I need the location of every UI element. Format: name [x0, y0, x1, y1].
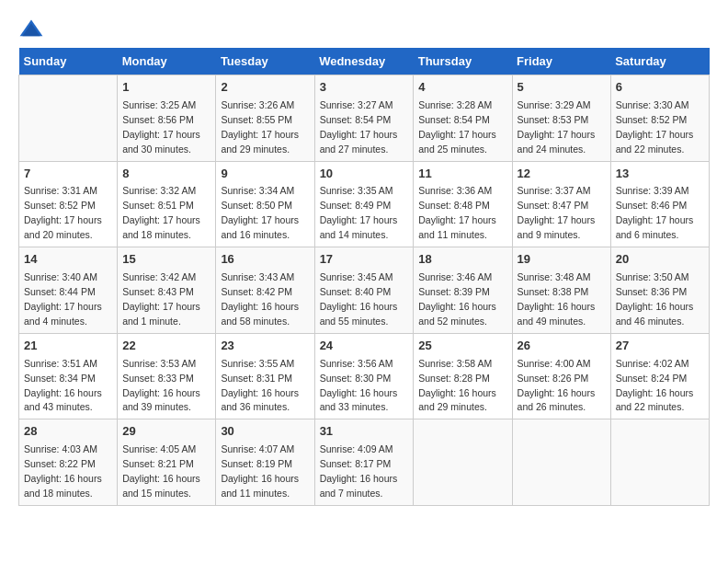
day-number: 14: [24, 251, 112, 269]
day-info: Sunrise: 3:50 AM Sunset: 8:36 PM Dayligh…: [616, 271, 694, 327]
calendar-cell: [414, 419, 512, 506]
day-info: Sunrise: 3:35 AM Sunset: 8:49 PM Dayligh…: [320, 185, 398, 240]
day-info: Sunrise: 3:30 AM Sunset: 8:52 PM Dayligh…: [616, 99, 694, 155]
day-info: Sunrise: 3:32 AM Sunset: 8:51 PM Dayligh…: [122, 185, 200, 240]
day-number: 24: [320, 338, 409, 355]
day-info: Sunrise: 3:58 AM Sunset: 8:28 PM Dayligh…: [418, 358, 496, 413]
day-number: 7: [24, 166, 112, 183]
header-saturday: Saturday: [610, 48, 709, 75]
day-info: Sunrise: 3:39 AM Sunset: 8:46 PM Dayligh…: [616, 185, 694, 240]
day-number: 30: [221, 423, 309, 441]
week-row-2: 7Sunrise: 3:31 AM Sunset: 8:52 PM Daylig…: [19, 161, 710, 247]
day-info: Sunrise: 4:02 AM Sunset: 8:24 PM Dayligh…: [616, 358, 694, 413]
day-info: Sunrise: 3:40 AM Sunset: 8:44 PM Dayligh…: [24, 271, 102, 327]
logo: [18, 18, 48, 39]
day-info: Sunrise: 3:36 AM Sunset: 8:48 PM Dayligh…: [418, 185, 496, 240]
day-info: Sunrise: 3:25 AM Sunset: 8:56 PM Dayligh…: [122, 99, 200, 155]
calendar-header-row: SundayMondayTuesdayWednesdayThursdayFrid…: [19, 48, 710, 75]
calendar-cell: 26Sunrise: 4:00 AM Sunset: 8:26 PM Dayli…: [512, 333, 610, 419]
day-info: Sunrise: 3:46 AM Sunset: 8:39 PM Dayligh…: [418, 271, 496, 327]
day-number: 20: [616, 251, 704, 269]
header-tuesday: Tuesday: [216, 48, 314, 75]
calendar-cell: 16Sunrise: 3:43 AM Sunset: 8:42 PM Dayli…: [216, 247, 314, 334]
day-number: 4: [418, 79, 506, 97]
day-number: 13: [616, 166, 704, 183]
calendar-cell: 12Sunrise: 3:37 AM Sunset: 8:47 PM Dayli…: [512, 161, 610, 247]
day-number: 22: [122, 338, 210, 355]
day-number: 6: [616, 79, 704, 97]
day-info: Sunrise: 3:48 AM Sunset: 8:38 PM Dayligh…: [518, 271, 596, 327]
calendar-cell: 30Sunrise: 4:07 AM Sunset: 8:19 PM Dayli…: [216, 419, 314, 506]
calendar-cell: 15Sunrise: 3:42 AM Sunset: 8:43 PM Dayli…: [118, 247, 216, 334]
day-number: 16: [221, 251, 309, 269]
calendar-cell: 31Sunrise: 4:09 AM Sunset: 8:17 PM Dayli…: [314, 419, 414, 506]
day-info: Sunrise: 3:28 AM Sunset: 8:54 PM Dayligh…: [418, 99, 496, 155]
week-row-4: 21Sunrise: 3:51 AM Sunset: 8:34 PM Dayli…: [19, 333, 710, 419]
calendar-cell: 13Sunrise: 3:39 AM Sunset: 8:46 PM Dayli…: [610, 161, 709, 247]
page-header: [18, 18, 710, 39]
header-friday: Friday: [512, 48, 610, 75]
day-info: Sunrise: 3:51 AM Sunset: 8:34 PM Dayligh…: [24, 358, 102, 413]
header-thursday: Thursday: [414, 48, 512, 75]
calendar-cell: 2Sunrise: 3:26 AM Sunset: 8:55 PM Daylig…: [216, 75, 314, 162]
calendar-cell: 11Sunrise: 3:36 AM Sunset: 8:48 PM Dayli…: [414, 161, 512, 247]
calendar-cell: 14Sunrise: 3:40 AM Sunset: 8:44 PM Dayli…: [19, 247, 118, 334]
week-row-5: 28Sunrise: 4:03 AM Sunset: 8:22 PM Dayli…: [19, 419, 710, 506]
week-row-1: 1Sunrise: 3:25 AM Sunset: 8:56 PM Daylig…: [19, 75, 710, 162]
day-info: Sunrise: 3:42 AM Sunset: 8:43 PM Dayligh…: [122, 271, 200, 327]
day-number: 26: [518, 338, 606, 355]
day-info: Sunrise: 3:37 AM Sunset: 8:47 PM Dayligh…: [518, 185, 596, 240]
day-info: Sunrise: 3:45 AM Sunset: 8:40 PM Dayligh…: [320, 271, 398, 327]
calendar-cell: 19Sunrise: 3:48 AM Sunset: 8:38 PM Dayli…: [512, 247, 610, 334]
calendar-cell: 25Sunrise: 3:58 AM Sunset: 8:28 PM Dayli…: [414, 333, 512, 419]
calendar-cell: 17Sunrise: 3:45 AM Sunset: 8:40 PM Dayli…: [314, 247, 414, 334]
day-number: 15: [122, 251, 210, 269]
calendar-table: SundayMondayTuesdayWednesdayThursdayFrid…: [18, 48, 710, 506]
day-number: 25: [418, 338, 506, 355]
day-info: Sunrise: 3:55 AM Sunset: 8:31 PM Dayligh…: [221, 358, 299, 413]
day-info: Sunrise: 3:27 AM Sunset: 8:54 PM Dayligh…: [320, 99, 398, 155]
day-info: Sunrise: 4:05 AM Sunset: 8:21 PM Dayligh…: [122, 443, 200, 499]
day-number: 28: [24, 423, 112, 441]
day-number: 17: [320, 251, 409, 269]
day-info: Sunrise: 3:43 AM Sunset: 8:42 PM Dayligh…: [221, 271, 299, 327]
calendar-cell: 24Sunrise: 3:56 AM Sunset: 8:30 PM Dayli…: [314, 333, 414, 419]
header-wednesday: Wednesday: [314, 48, 414, 75]
calendar-cell: 3Sunrise: 3:27 AM Sunset: 8:54 PM Daylig…: [314, 75, 414, 162]
day-info: Sunrise: 3:34 AM Sunset: 8:50 PM Dayligh…: [221, 185, 299, 240]
day-number: 1: [122, 79, 210, 97]
calendar-cell: [512, 419, 610, 506]
day-info: Sunrise: 3:31 AM Sunset: 8:52 PM Dayligh…: [24, 185, 102, 240]
day-number: 18: [418, 251, 506, 269]
day-number: 9: [221, 166, 309, 183]
calendar-cell: [19, 75, 118, 162]
day-info: Sunrise: 4:07 AM Sunset: 8:19 PM Dayligh…: [221, 443, 299, 499]
calendar-cell: 8Sunrise: 3:32 AM Sunset: 8:51 PM Daylig…: [118, 161, 216, 247]
calendar-cell: 5Sunrise: 3:29 AM Sunset: 8:53 PM Daylig…: [512, 75, 610, 162]
day-info: Sunrise: 3:29 AM Sunset: 8:53 PM Dayligh…: [518, 99, 596, 155]
calendar-cell: 6Sunrise: 3:30 AM Sunset: 8:52 PM Daylig…: [610, 75, 709, 162]
day-info: Sunrise: 4:00 AM Sunset: 8:26 PM Dayligh…: [518, 358, 596, 413]
day-number: 27: [616, 338, 704, 355]
calendar-cell: 18Sunrise: 3:46 AM Sunset: 8:39 PM Dayli…: [414, 247, 512, 334]
header-sunday: Sunday: [19, 48, 118, 75]
calendar-cell: 23Sunrise: 3:55 AM Sunset: 8:31 PM Dayli…: [216, 333, 314, 419]
day-number: 8: [122, 166, 210, 183]
calendar-cell: 10Sunrise: 3:35 AM Sunset: 8:49 PM Dayli…: [314, 161, 414, 247]
calendar-cell: 1Sunrise: 3:25 AM Sunset: 8:56 PM Daylig…: [118, 75, 216, 162]
calendar-cell: 29Sunrise: 4:05 AM Sunset: 8:21 PM Dayli…: [118, 419, 216, 506]
day-number: 29: [122, 423, 210, 441]
header-monday: Monday: [118, 48, 216, 75]
day-info: Sunrise: 3:53 AM Sunset: 8:33 PM Dayligh…: [122, 358, 200, 413]
day-number: 11: [418, 166, 506, 183]
day-number: 12: [518, 166, 606, 183]
day-number: 3: [320, 79, 409, 97]
day-number: 23: [221, 338, 309, 355]
day-number: 31: [320, 423, 409, 441]
calendar-cell: 9Sunrise: 3:34 AM Sunset: 8:50 PM Daylig…: [216, 161, 314, 247]
day-info: Sunrise: 3:56 AM Sunset: 8:30 PM Dayligh…: [320, 358, 398, 413]
calendar-cell: 22Sunrise: 3:53 AM Sunset: 8:33 PM Dayli…: [118, 333, 216, 419]
week-row-3: 14Sunrise: 3:40 AM Sunset: 8:44 PM Dayli…: [19, 247, 710, 334]
calendar-cell: 4Sunrise: 3:28 AM Sunset: 8:54 PM Daylig…: [414, 75, 512, 162]
day-number: 19: [518, 251, 606, 269]
